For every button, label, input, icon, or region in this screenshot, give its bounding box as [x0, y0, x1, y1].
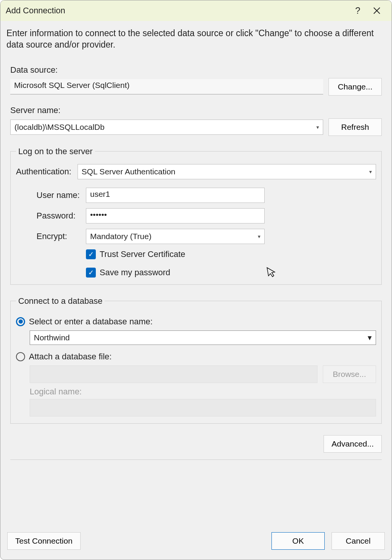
password-input[interactable]: •••••• — [86, 208, 265, 223]
ok-button[interactable]: OK — [271, 532, 325, 550]
chevron-down-icon: ▾ — [316, 124, 319, 130]
encrypt-select[interactable]: Mandatory (True) ▾ — [86, 229, 265, 244]
separator — [10, 459, 382, 460]
authentication-select[interactable]: SQL Server Authentication ▾ — [78, 164, 376, 179]
attach-file-radio[interactable] — [16, 352, 25, 361]
logon-group: Log on to the server Authentication: SQL… — [10, 147, 382, 285]
refresh-button[interactable]: Refresh — [329, 118, 382, 136]
chevron-down-icon: ▾ — [258, 233, 260, 239]
password-label: Password: — [21, 211, 86, 221]
select-database-label: Select or enter a database name: — [29, 317, 152, 327]
server-name-value: (localdb)\MSSQLLocalDb — [14, 123, 105, 132]
authentication-label: Authentication: — [16, 167, 71, 177]
trust-certificate-checkbox[interactable]: ✓ — [86, 249, 96, 259]
authentication-value: SQL Server Authentication — [82, 167, 176, 176]
add-connection-dialog: Add Connection ? Enter information to co… — [0, 0, 392, 560]
database-name-combo[interactable]: Northwind ▾ — [30, 330, 376, 345]
chevron-down-icon: ▾ — [369, 169, 372, 175]
connect-database-legend: Connect to a database — [16, 296, 105, 306]
server-name-combo[interactable]: (localdb)\MSSQLLocalDb ▾ — [10, 120, 323, 135]
data-source-field: Microsoft SQL Server (SqlClient) — [10, 79, 323, 94]
server-name-label: Server name: — [10, 105, 386, 115]
encrypt-value: Mandatory (True) — [90, 232, 151, 241]
intro-text: Enter information to connect to the sele… — [6, 28, 386, 51]
attach-file-input — [30, 365, 317, 383]
logical-name-label: Logical name: — [30, 387, 376, 397]
database-name-value: Northwind — [34, 333, 70, 342]
attach-file-label: Attach a database file: — [29, 352, 112, 362]
save-password-label: Save my password — [100, 268, 170, 278]
save-password-checkbox[interactable]: ✓ — [86, 268, 96, 278]
titlebar: Add Connection ? — [0, 0, 392, 21]
select-database-radio[interactable] — [16, 317, 25, 326]
browse-button: Browse... — [323, 365, 376, 383]
close-button[interactable] — [367, 1, 386, 20]
username-label: User name: — [21, 190, 86, 200]
advanced-button[interactable]: Advanced... — [324, 435, 382, 453]
dialog-title: Add Connection — [6, 6, 348, 16]
data-source-label: Data source: — [10, 65, 386, 75]
logical-name-input — [30, 399, 376, 416]
close-icon — [373, 7, 381, 14]
change-button[interactable]: Change... — [329, 78, 382, 96]
username-input[interactable]: user1 — [86, 188, 265, 203]
cancel-button[interactable]: Cancel — [332, 532, 385, 550]
test-connection-button[interactable]: Test Connection — [7, 532, 81, 550]
dialog-footer: Test Connection OK Cancel — [0, 524, 392, 560]
help-button[interactable]: ? — [348, 1, 367, 20]
connect-database-group: Connect to a database Select or enter a … — [10, 296, 382, 424]
trust-certificate-label: Trust Server Certificate — [100, 249, 185, 259]
logon-legend: Log on to the server — [16, 147, 95, 156]
encrypt-label: Encrypt: — [21, 231, 86, 241]
chevron-down-icon: ▾ — [368, 333, 372, 342]
